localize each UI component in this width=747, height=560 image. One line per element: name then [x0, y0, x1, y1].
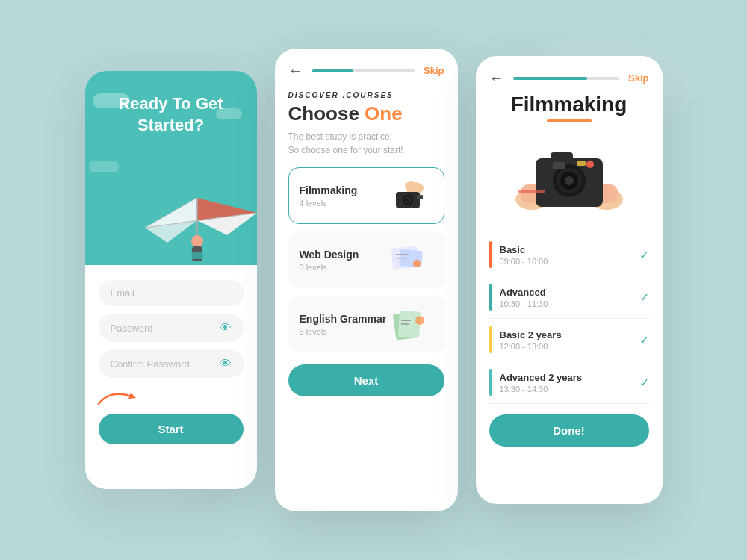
course-filmmaking-info: Filmmaking 4 levels: [300, 184, 358, 208]
filmmaking-detail-card: ← Skip Filmmaking: [476, 56, 663, 504]
choose-highlight: One: [365, 102, 403, 125]
choose-title: Choose One: [288, 102, 444, 125]
advanced-info: Advanced 10:30 - 11:30: [500, 287, 548, 308]
course-item-filmmaking[interactable]: Filmmaking 4 levels: [288, 167, 444, 224]
basic-info: Basic 09:00 - 10:00: [500, 244, 548, 266]
card3-progress-fill: [513, 77, 588, 80]
card3-progress-bar: [513, 77, 620, 80]
next-button[interactable]: Next: [288, 364, 444, 396]
basic2-info: Basic 2 years 12:00 - 13:00: [500, 329, 562, 351]
start-button[interactable]: Start: [99, 414, 244, 444]
svg-point-16: [405, 181, 417, 190]
svg-rect-39: [518, 190, 545, 193]
svg-point-19: [413, 260, 421, 267]
basic-time: 09:00 - 10:00: [500, 257, 548, 266]
advanced2-time: 13:30 - 14:30: [500, 385, 583, 393]
advanced2-bar: [489, 369, 492, 396]
course-english-image: [388, 305, 433, 343]
confirm-placeholder: Confirm Password: [111, 358, 190, 370]
card3-skip-button[interactable]: Skip: [628, 72, 648, 84]
svg-point-6: [191, 235, 203, 247]
basic2-bar: [489, 326, 492, 353]
password-placeholder: Password: [111, 323, 153, 334]
course-english-info: English Grammar 5 levels: [300, 313, 387, 336]
discover-label: DISCOVER .COURSES: [288, 91, 444, 99]
svg-marker-9: [128, 393, 136, 399]
email-field[interactable]: Email: [99, 280, 244, 306]
camera-illustration: [489, 132, 649, 222]
eye-icon-2: 👁: [220, 357, 232, 370]
card3-back-arrow-icon[interactable]: ←: [489, 69, 504, 87]
arrow-decoration-area: [99, 385, 244, 400]
basic2-label: Basic 2 years: [500, 329, 562, 340]
schedule-basic: Basic 09:00 - 10:00 ✓: [489, 234, 649, 276]
basic2-check-icon: ✓: [639, 333, 649, 347]
card1-form: Email Password 👁 Confirm Password 👁 Star…: [85, 265, 257, 459]
svg-rect-40: [577, 161, 586, 166]
svg-point-14: [406, 199, 409, 202]
svg-rect-8: [191, 252, 203, 259]
svg-rect-15: [417, 195, 423, 199]
basic-label: Basic: [500, 244, 548, 255]
card2-main: DISCOVER .COURSES Choose One The best st…: [275, 85, 458, 410]
svg-point-36: [565, 176, 574, 185]
schedule-advanced: Advanced 10:30 - 11:30 ✓: [489, 276, 649, 319]
card2-topbar: ← Skip: [275, 49, 458, 85]
advanced2-label: Advanced 2 years: [500, 372, 583, 383]
email-placeholder: Email: [111, 287, 135, 299]
course-item-webdesign[interactable]: Web Design 3 levels: [288, 231, 444, 288]
arrow-deco-svg: [95, 385, 140, 408]
course-webdesign-name: Web Design: [300, 249, 359, 261]
back-arrow-icon[interactable]: ←: [288, 62, 303, 79]
advanced2-check-icon: ✓: [639, 376, 649, 390]
choose-course-card: ← Skip DISCOVER .COURSES Choose One The …: [275, 49, 458, 511]
eye-icon: 👁: [220, 321, 232, 335]
course-filmmaking-name: Filmmaking: [300, 184, 358, 196]
card1-header: Ready To Get Started?: [85, 71, 257, 265]
course-filmmaking-levels: 4 levels: [300, 199, 358, 208]
done-button[interactable]: Done!: [489, 414, 649, 447]
svg-point-24: [415, 316, 424, 325]
svg-rect-37: [553, 162, 565, 169]
password-field[interactable]: Password 👁: [99, 314, 244, 342]
course-filmmaking-image: [388, 177, 433, 214]
schedule-advanced2: Advanced 2 years 13:30 - 14:30 ✓: [489, 361, 649, 404]
skip-button[interactable]: Skip: [424, 65, 444, 76]
filmmaking-title: Filmmaking: [489, 93, 649, 116]
course-english-levels: 5 levels: [300, 327, 387, 336]
basic-check-icon: ✓: [639, 248, 649, 262]
hang-glider-illustration: [130, 153, 257, 265]
course-english-name: English Grammar: [300, 313, 387, 325]
ready-title: Ready To Get Started?: [118, 93, 223, 136]
filmmaking-underline: [547, 119, 592, 122]
choose-subtitle: The best study is practice.So choose one…: [288, 130, 444, 157]
card3-main: Filmmaking: [476, 93, 663, 460]
course-item-english-grammar[interactable]: English Grammar 5 levels: [288, 296, 444, 352]
schedule-basic2: Basic 2 years 12:00 - 13:00 ✓: [489, 319, 649, 361]
course-webdesign-image: [388, 241, 433, 279]
svg-rect-32: [551, 152, 573, 163]
advanced2-info: Advanced 2 years 13:30 - 14:30: [500, 372, 583, 393]
course-webdesign-info: Web Design 3 levels: [300, 249, 359, 272]
confirm-password-field[interactable]: Confirm Password 👁: [99, 349, 244, 378]
advanced-check-icon: ✓: [639, 290, 649, 305]
advanced-time: 10:30 - 11:30: [500, 299, 548, 308]
card3-topbar: ← Skip: [476, 56, 663, 93]
svg-point-38: [586, 161, 594, 168]
progress-bar: [312, 69, 415, 72]
advanced-label: Advanced: [500, 287, 548, 298]
course-webdesign-levels: 3 levels: [300, 263, 359, 272]
basic-bar: [489, 241, 492, 268]
advanced-bar: [489, 284, 492, 311]
onboarding-card: Ready To Get Started?: [85, 71, 257, 489]
basic2-time: 12:00 - 13:00: [500, 342, 562, 351]
progress-fill: [312, 69, 353, 72]
